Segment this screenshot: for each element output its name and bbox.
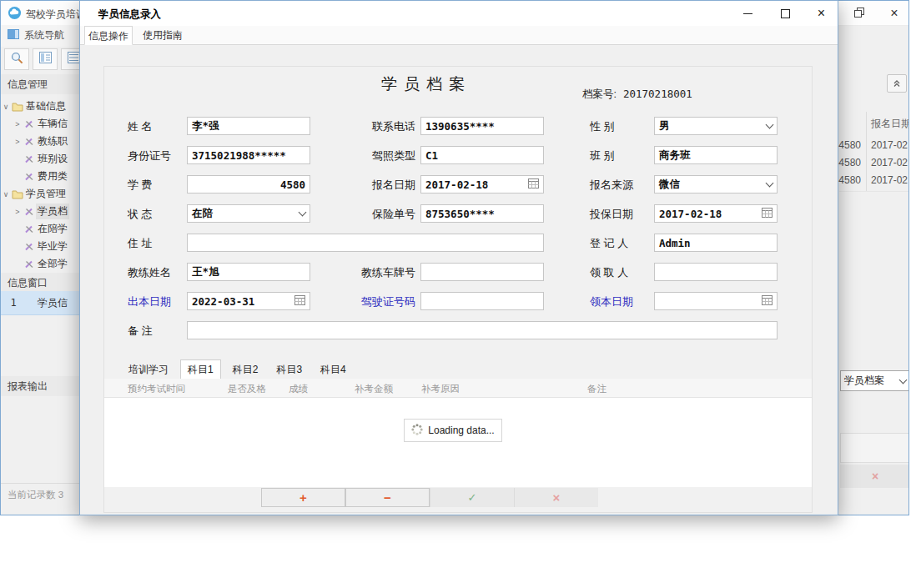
nav-tab-label: 系统导航 xyxy=(24,28,64,43)
col-passed[interactable]: 是否及格 xyxy=(228,383,266,395)
tree-item-label[interactable]: 学员档 xyxy=(36,204,69,219)
tree-item-vehicle[interactable]: > 车辆信 xyxy=(1,115,92,133)
registrar-input[interactable]: Admin xyxy=(654,234,778,252)
driver-license-no-input[interactable] xyxy=(420,292,544,310)
tab-training-study[interactable]: 培训学习 xyxy=(122,360,175,379)
table-cell-date[interactable]: 2017-02 xyxy=(871,157,908,168)
toolbar-card-view-button[interactable] xyxy=(33,48,58,70)
tab-info-operation[interactable]: 信息操作 xyxy=(84,26,133,45)
tree-item-label[interactable]: 车辆信 xyxy=(36,116,69,132)
confirm-button[interactable]: ✓ xyxy=(430,488,514,507)
archive-type-select[interactable]: 学员档案 xyxy=(840,370,909,391)
remark-input[interactable] xyxy=(187,321,778,339)
cancel-button[interactable]: × xyxy=(514,488,598,507)
col-remark[interactable]: 备注 xyxy=(587,383,606,395)
main-window-title: 驾校学员培训 xyxy=(26,8,86,22)
search-icon xyxy=(10,51,24,68)
coach-plate-label: 教练车牌号 xyxy=(330,265,415,280)
tab-subject-3[interactable]: 科目3 xyxy=(269,360,309,379)
tree-item-coach[interactable]: > 教练职 xyxy=(1,133,92,150)
tree-item-student-archive[interactable]: > 学员档 xyxy=(1,203,92,220)
subject-tab-strip: 培训学习 科目1 科目2 科目3 科目4 xyxy=(122,360,353,379)
calendar-icon[interactable] xyxy=(294,294,305,308)
address-label: 住 址 xyxy=(128,236,153,251)
status-select[interactable]: 在陪 xyxy=(187,204,310,223)
phone-input[interactable]: 1390635**** xyxy=(420,117,544,135)
grid-body[interactable] xyxy=(104,398,812,487)
id-number-input[interactable]: 3715021988***** xyxy=(187,146,310,164)
nav-tab-system[interactable]: 系统导航 xyxy=(8,28,64,43)
tree-item-label[interactable]: 教练职 xyxy=(36,133,69,149)
issue-date-picker[interactable]: 2022-03-31 xyxy=(187,292,310,310)
tree-item-label[interactable]: 基础信息 xyxy=(24,98,68,114)
receiver-input[interactable] xyxy=(654,263,778,281)
window-item-label: 学员信 xyxy=(26,296,68,310)
dialog-maximize-button[interactable] xyxy=(767,1,804,26)
remove-row-button[interactable]: − xyxy=(345,488,430,507)
chevron-down-icon xyxy=(766,121,774,129)
expand-collapsed-icon[interactable]: > xyxy=(13,208,23,216)
tree-item-student-mgmt[interactable]: ∨ 学员管理 xyxy=(1,185,80,203)
toolbar-search-button[interactable] xyxy=(4,48,29,70)
coach-plate-input[interactable] xyxy=(420,263,544,281)
expand-open-icon[interactable]: ∨ xyxy=(1,103,11,111)
dialog-titlebar[interactable]: 学员信息录入 × xyxy=(80,1,838,26)
expand-collapsed-icon[interactable]: > xyxy=(13,120,23,128)
column-divider xyxy=(866,112,867,191)
phone-label: 联系电话 xyxy=(330,119,415,134)
dialog-close-button[interactable]: × xyxy=(803,1,838,26)
collapse-panel-button[interactable] xyxy=(887,74,907,93)
tools-icon xyxy=(23,137,36,146)
calendar-icon[interactable] xyxy=(762,207,773,220)
tab-subject-1[interactable]: 科目1 xyxy=(180,359,221,379)
section-header-info: 信息管理 xyxy=(1,74,80,94)
phone-value: 1390635**** xyxy=(425,120,495,133)
col-retake-fee[interactable]: 补考金额 xyxy=(355,383,393,395)
col-exam-time[interactable]: 预约考试时间 xyxy=(128,383,185,395)
table-cell-date[interactable]: 2017-02 xyxy=(871,174,908,186)
gender-select[interactable]: 男 xyxy=(654,117,778,135)
calendar-icon[interactable] xyxy=(762,294,773,308)
table-cell-date[interactable]: 2017-02 xyxy=(871,139,908,151)
register-source-select[interactable]: 微信 xyxy=(654,175,778,193)
dialog-title: 学员信息录入 xyxy=(98,8,161,22)
tree-item-label[interactable]: 毕业学 xyxy=(36,239,69,254)
window-list-item[interactable]: 1 学员信 xyxy=(1,291,80,315)
tree-item-label[interactable]: 学员管理 xyxy=(24,186,68,202)
background-cancel-button[interactable]: × xyxy=(840,465,909,488)
col-retake-reason[interactable]: 补考原因 xyxy=(421,383,460,395)
issue-date-value: 2022-03-31 xyxy=(192,295,254,308)
tree-item-label[interactable]: 班别设 xyxy=(36,151,69,167)
receive-date-picker[interactable] xyxy=(654,292,778,310)
expand-collapsed-icon[interactable]: > xyxy=(13,138,23,146)
tree-item-label[interactable]: 费用类 xyxy=(36,168,69,184)
col-score[interactable]: 成绩 xyxy=(289,383,308,395)
tree-item-label[interactable]: 在陪学 xyxy=(36,221,69,237)
insurance-no-input[interactable]: 8753650**** xyxy=(420,204,544,223)
register-source-label: 报名来源 xyxy=(590,178,633,193)
expand-open-icon[interactable]: ∨ xyxy=(1,190,11,199)
calendar-icon[interactable] xyxy=(528,178,539,191)
section-header-reports: 报表输出 xyxy=(1,376,80,396)
tools-icon xyxy=(23,119,36,128)
column-header-register-date[interactable]: 报名日期 xyxy=(871,117,909,131)
register-date-picker[interactable]: 2017-02-18 xyxy=(420,175,544,193)
tab-user-guide[interactable]: 使用指南 xyxy=(138,26,187,45)
tab-subject-2[interactable]: 科目2 xyxy=(226,360,265,379)
id-number-label: 身份证号 xyxy=(128,148,171,163)
tab-subject-4[interactable]: 科目4 xyxy=(314,360,353,379)
chevron-down-icon xyxy=(899,375,908,384)
name-input[interactable]: 李*强 xyxy=(187,117,310,135)
tuition-input[interactable]: 4580 xyxy=(187,175,310,193)
dialog-minimize-button[interactable] xyxy=(729,1,767,26)
main-restore-button[interactable] xyxy=(845,1,873,25)
tree-item-label[interactable]: 全部学 xyxy=(36,256,69,272)
license-type-input[interactable]: C1 xyxy=(420,146,544,164)
tree-item-basic-info[interactable]: ∨ 基础信息 xyxy=(1,98,80,115)
class-type-input[interactable]: 商务班 xyxy=(654,146,778,164)
address-input[interactable] xyxy=(187,234,544,252)
insure-date-picker[interactable]: 2017-02-18 xyxy=(654,204,778,223)
coach-name-input[interactable]: 王*旭 xyxy=(187,263,310,281)
main-close-button[interactable]: × xyxy=(880,1,908,25)
add-row-button[interactable]: + xyxy=(261,488,345,507)
